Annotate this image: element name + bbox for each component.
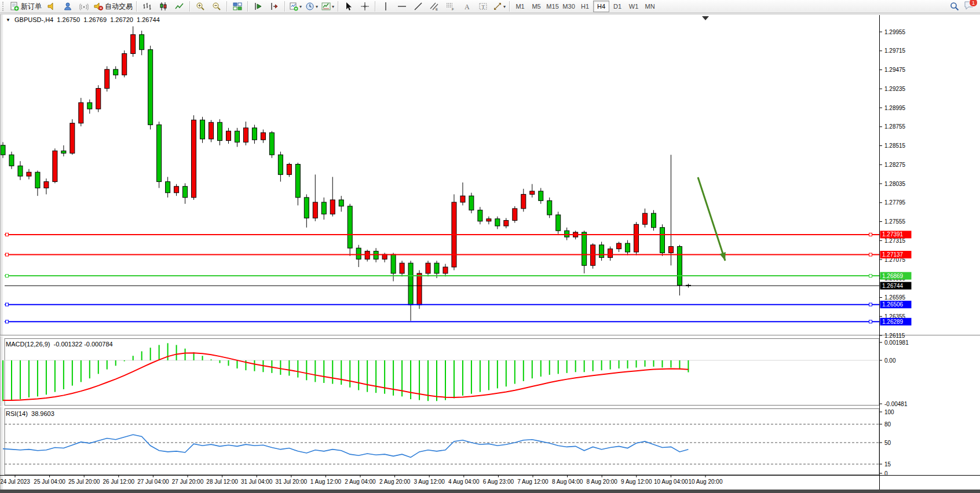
crosshair-tool-button[interactable]: [357, 0, 373, 13]
candle-body-up: [443, 267, 448, 273]
timeframe-button-MN[interactable]: MN: [642, 1, 658, 12]
hline-handle[interactable]: [6, 233, 9, 236]
dropdown-caret-icon: ▾: [332, 4, 334, 9]
trendline-tool-button[interactable]: [410, 0, 426, 13]
period-button[interactable]: ▾: [303, 0, 320, 13]
timeframe-button-M15[interactable]: M15: [544, 1, 561, 12]
timeframe-button-H1[interactable]: H1: [577, 1, 593, 12]
candle-body-down: [166, 182, 170, 193]
candle-body-down: [9, 155, 14, 166]
auto-trading-button[interactable]: 自动交易: [92, 0, 134, 13]
price-line-badge: 1.27137: [882, 251, 904, 258]
trend-arrow-annotation[interactable]: [698, 177, 725, 261]
chart-shift-icon: [270, 2, 279, 11]
price-tick-label: 1.29715: [884, 48, 906, 54]
timeframe-button-W1[interactable]: W1: [626, 1, 642, 12]
candle-body-down: [660, 228, 664, 253]
candle-body-up: [643, 213, 648, 224]
cursor-tool-button[interactable]: [341, 0, 357, 13]
timeframe-button-M5[interactable]: M5: [528, 1, 544, 12]
time-tick-label: 9 Aug 12:00: [621, 479, 652, 485]
price-tick-label: 1.28515: [884, 143, 906, 149]
zoom-out-icon: [212, 2, 221, 11]
hline-handle[interactable]: [6, 275, 9, 277]
hline-handle[interactable]: [6, 253, 9, 256]
signal-button[interactable]: [76, 0, 92, 13]
chart-shift-marker[interactable]: [702, 16, 709, 20]
macd-tick-label: 0.00: [884, 357, 896, 364]
timeframe-button-M1[interactable]: M1: [512, 1, 528, 12]
price-tick-label: 1.29955: [884, 29, 906, 35]
candle-body-down: [626, 243, 630, 252]
timeframe-button-M30[interactable]: M30: [561, 1, 577, 12]
equidistant-channel-tool-button[interactable]: E: [426, 0, 443, 13]
price-tick-label: 1.28995: [884, 105, 906, 111]
candle-body-down: [348, 206, 352, 248]
vertical-line-tool-button[interactable]: [378, 0, 394, 13]
crosshair-icon: [360, 2, 370, 11]
indicators-button[interactable]: ▾: [320, 0, 336, 13]
time-tick-label: 31 Jul 20:00: [276, 479, 308, 485]
time-tick-label: 27 Jul 04:00: [137, 479, 169, 485]
toolbar: 新订单 自动交易: [0, 0, 980, 13]
hline-handle[interactable]: [869, 275, 872, 277]
chat-button[interactable]: 1: [964, 1, 974, 12]
hline-handle[interactable]: [6, 320, 9, 323]
svg-text:A: A: [465, 3, 470, 11]
candle-body-up: [226, 131, 231, 140]
candle-body-down: [652, 213, 656, 228]
timeframe-button-H4[interactable]: H4: [593, 1, 609, 12]
toolbar-separator: [226, 1, 228, 12]
bar-chart-button[interactable]: [139, 0, 155, 13]
text-tool-button[interactable]: A: [459, 0, 475, 13]
arrow-shapes-button[interactable]: ▾: [491, 0, 507, 13]
chart-canvas[interactable]: 1.299551.297151.294751.292351.289951.287…: [0, 0, 980, 493]
hline-handle[interactable]: [869, 303, 872, 306]
zoom-in-button[interactable]: [192, 0, 209, 13]
price-tick-label: 1.28275: [884, 162, 906, 168]
new-order-label: 新订单: [21, 2, 42, 12]
hline-handle[interactable]: [6, 303, 9, 306]
dropdown-caret-icon: ▾: [316, 4, 318, 9]
notification-badge: 1: [969, 0, 978, 7]
time-tick-label: 2 Aug 04:00: [345, 479, 376, 485]
zoom-out-button[interactable]: [209, 0, 225, 13]
candle-body-down: [235, 131, 239, 142]
search-icon[interactable]: [950, 2, 959, 11]
hline-handle[interactable]: [869, 233, 872, 236]
price-tick-label: 1.27315: [884, 238, 906, 244]
horizontal-line-tool-button[interactable]: [394, 0, 410, 13]
toolbar-drag-handle[interactable]: [2, 2, 6, 11]
hline-handle[interactable]: [869, 320, 872, 323]
candle-body-down: [547, 200, 552, 215]
hline-handle[interactable]: [869, 253, 872, 256]
time-tick-label: 25 Jul 20:00: [68, 479, 100, 485]
price-tick-label: 1.29235: [884, 86, 906, 92]
new-chart-button[interactable]: ▾: [287, 0, 303, 13]
candle-body-up: [27, 172, 31, 176]
candle-body-down: [1, 145, 5, 155]
text-label-tool-button[interactable]: T: [475, 0, 491, 13]
candle-body-up: [330, 200, 335, 214]
candle-body-up: [521, 194, 526, 209]
line-chart-button[interactable]: [171, 0, 188, 13]
candle-body-up: [460, 196, 465, 202]
candle-body-down: [200, 120, 205, 139]
timeframe-button-D1[interactable]: D1: [609, 1, 626, 12]
symbol-dropdown-icon[interactable]: ▼: [6, 17, 10, 23]
candle-body-down: [469, 196, 474, 210]
new-order-button[interactable]: 新订单: [8, 0, 43, 13]
candle-body-down: [148, 50, 153, 125]
toolbar-separator: [338, 1, 339, 12]
bar-chart-icon: [142, 2, 152, 11]
sound-button[interactable]: [43, 0, 60, 13]
candle-body-up: [668, 246, 673, 253]
candle-body-up: [400, 263, 404, 273]
fibonacci-tool-button[interactable]: F: [443, 0, 459, 13]
tile-windows-button[interactable]: [229, 0, 246, 13]
chart-shift-button[interactable]: [266, 0, 283, 13]
community-button[interactable]: [60, 0, 76, 13]
candlestick-chart-button[interactable]: [155, 0, 171, 13]
candle-body-up: [209, 122, 214, 139]
auto-scroll-button[interactable]: [250, 0, 266, 13]
